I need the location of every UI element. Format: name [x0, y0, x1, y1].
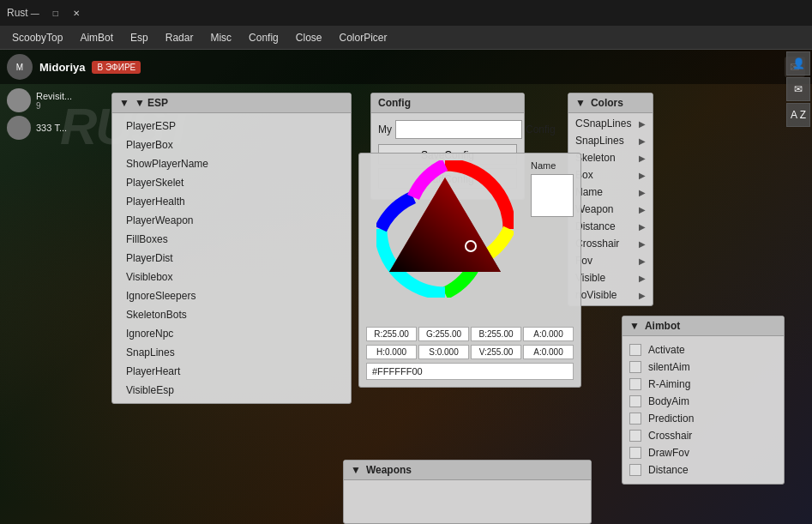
s-value[interactable]: S:0.000 — [418, 345, 469, 359]
user-list: Revisit... 9 333 Т... — [7, 88, 72, 143]
aimbot-item-distance[interactable]: Distance — [629, 461, 777, 479]
checkbox-silentatim[interactable] — [629, 361, 641, 373]
menu-esp[interactable]: Esp — [122, 28, 157, 47]
colors-csnaplines-arrow: ▶ — [639, 119, 646, 129]
list-ulvl: 9 — [36, 101, 72, 111]
esp-item-playerWeapon[interactable]: PlayerWeapon — [112, 211, 351, 230]
config-title: Config — [378, 97, 411, 109]
user-status: В ЭФИРЕ — [92, 61, 141, 74]
color-right: Name — [531, 160, 574, 322]
aimbot-panel-header[interactable]: ▼ Aimbot — [623, 316, 784, 336]
esp-panel-content: PlayerESP PlayerBox ShowPlayerName Playe… — [112, 113, 351, 403]
menu-aimbot[interactable]: AimBot — [71, 28, 122, 47]
text-icon[interactable]: A Z — [786, 103, 810, 127]
esp-panel-header[interactable]: ▼ ▼ ESP — [112, 93, 351, 113]
aimbot-panel-content: Activate silentAim R-Aiming BodyAim Pred… — [623, 336, 784, 484]
rgba-values: R:255.00 G:255.00 B:255.00 A:0.000 — [366, 327, 574, 341]
colorwheel-top: Name — [366, 160, 574, 322]
user-bar: M Midoriya В ЭФИРЕ ✉ — [0, 50, 812, 84]
color-wheel[interactable] — [368, 160, 522, 315]
user-list-item: Revisit... 9 — [7, 88, 72, 112]
aimbot-activate-label: Activate — [648, 344, 685, 356]
aimbot-item-prediction[interactable]: Prediction — [629, 410, 777, 427]
colors-title: Colors — [591, 97, 623, 109]
colors-skeleton-label: Skeleton — [575, 152, 616, 164]
aimbot-distance-label: Distance — [648, 464, 689, 476]
checkbox-bodyaim[interactable] — [629, 395, 641, 407]
menu-scooby-top[interactable]: ScoobyTop — [3, 28, 71, 47]
hex-input[interactable]: #FFFFFF00 — [366, 363, 574, 380]
app-title: Rust — [7, 7, 28, 19]
checkbox-activate[interactable] — [629, 344, 641, 356]
colors-item-csnaplines[interactable]: CSnapLines ▶ — [568, 115, 653, 132]
checkbox-drawfov[interactable] — [629, 447, 641, 459]
colors-distance-arrow: ▶ — [639, 222, 646, 232]
aimbot-item-crosshair[interactable]: Crosshair — [629, 427, 777, 444]
weapons-panel-header[interactable]: ▼ Weapons — [344, 461, 591, 480]
maximize-button[interactable]: □ — [49, 6, 63, 20]
r-value[interactable]: R:255.00 — [366, 327, 417, 341]
list-uname: 333 Т... — [36, 123, 67, 133]
esp-item-playerDist[interactable]: PlayerDist — [112, 249, 351, 268]
menu-config[interactable]: Config — [240, 28, 287, 47]
esp-panel: ▼ ▼ ESP PlayerESP PlayerBox ShowPlayerNa… — [111, 93, 352, 404]
colors-crosshair-label: Crosshair — [575, 238, 619, 250]
colorwheel-panel: Name R:255.00 G:255.00 B:255.00 A:0.000 … — [358, 153, 581, 388]
aimbot-prediction-label: Prediction — [648, 413, 694, 425]
mail-icon-tr[interactable]: ✉ — [786, 77, 810, 101]
checkbox-prediction[interactable] — [629, 413, 641, 425]
b-value[interactable]: B:255.00 — [471, 327, 521, 341]
aimbot-item-bodyaim[interactable]: BodyAim — [629, 393, 777, 410]
menu-close[interactable]: Close — [287, 28, 331, 47]
menu-radar[interactable]: Radar — [157, 28, 202, 47]
colors-panel-header[interactable]: ▼ Colors — [568, 93, 653, 113]
menu-colorpicer[interactable]: ColorPicer — [330, 28, 395, 47]
colors-item-snaplines[interactable]: SnapLines ▶ — [568, 132, 653, 149]
config-my-row: My Config — [378, 120, 517, 139]
aimbot-item-activate[interactable]: Activate — [629, 341, 777, 358]
esp-item-playerBox[interactable]: PlayerBox — [112, 136, 351, 154]
esp-item-ignoreSleepers[interactable]: IgnoreSleepers — [112, 286, 351, 305]
esp-item-visibleEsp[interactable]: VisibleEsp — [112, 381, 351, 400]
color-wheel-svg — [376, 160, 514, 298]
esp-item-ignoreNpc[interactable]: IgnoreNpc — [112, 324, 351, 343]
esp-item-visiblebox[interactable]: Visiblebox — [112, 268, 351, 286]
colors-novisible-arrow: ▶ — [639, 291, 646, 300]
esp-item-fillBoxes[interactable]: FillBoxes — [112, 230, 351, 249]
window-controls: — □ ✕ — [28, 6, 83, 20]
checkbox-crosshair[interactable] — [629, 430, 641, 442]
esp-item-playerEsp[interactable]: PlayerESP — [112, 117, 351, 136]
a-value[interactable]: A:0.000 — [523, 327, 574, 341]
close-button[interactable]: ✕ — [69, 6, 83, 20]
aimbot-panel: ▼ Aimbot Activate silentAim R-Aiming Bod… — [622, 316, 785, 485]
config-panel-header[interactable]: Config — [371, 93, 524, 113]
checkbox-raiming[interactable] — [629, 378, 641, 390]
colors-novisible-label: noVisible — [575, 289, 617, 301]
esp-item-playerSkelet[interactable]: PlayerSkelet — [112, 173, 351, 192]
avatar-icon[interactable]: 👤 — [786, 51, 810, 75]
esp-item-snapLines[interactable]: SnapLines — [112, 343, 351, 362]
aimbot-silentatim-label: silentAim — [648, 361, 690, 373]
colors-fov-arrow: ▶ — [639, 256, 646, 266]
colors-weapon-arrow: ▶ — [639, 205, 646, 214]
menu-misc[interactable]: Misc — [201, 28, 240, 47]
esp-item-skeletonBots[interactable]: SkeletonBots — [112, 305, 351, 324]
aimbot-item-silentatim[interactable]: silentAim — [629, 358, 777, 376]
minimize-button[interactable]: — — [28, 6, 42, 20]
aimbot-bodyaim-label: BodyAim — [648, 395, 689, 407]
user-avatar: M — [7, 54, 33, 80]
g-value[interactable]: G:255.00 — [418, 327, 469, 341]
checkbox-distance[interactable] — [629, 464, 641, 476]
esp-item-playerHeart[interactable]: PlayerHeart — [112, 362, 351, 381]
esp-item-playerHealth[interactable]: PlayerHealth — [112, 192, 351, 211]
h-value[interactable]: H:0.000 — [366, 345, 417, 359]
colors-box-arrow: ▶ — [639, 171, 646, 180]
aimbot-item-raiming[interactable]: R-Aiming — [629, 376, 777, 393]
title-bar: Rust — □ ✕ — [0, 0, 812, 26]
esp-item-showPlayerName[interactable]: ShowPlayerName — [112, 154, 351, 173]
config-name-input[interactable] — [395, 120, 522, 139]
v-value[interactable]: V:255.00 — [471, 345, 521, 359]
aimbot-item-drawfov[interactable]: DrawFov — [629, 444, 777, 461]
a2-value[interactable]: A:0.000 — [523, 345, 574, 359]
list-uname: Revisit... — [36, 91, 72, 101]
